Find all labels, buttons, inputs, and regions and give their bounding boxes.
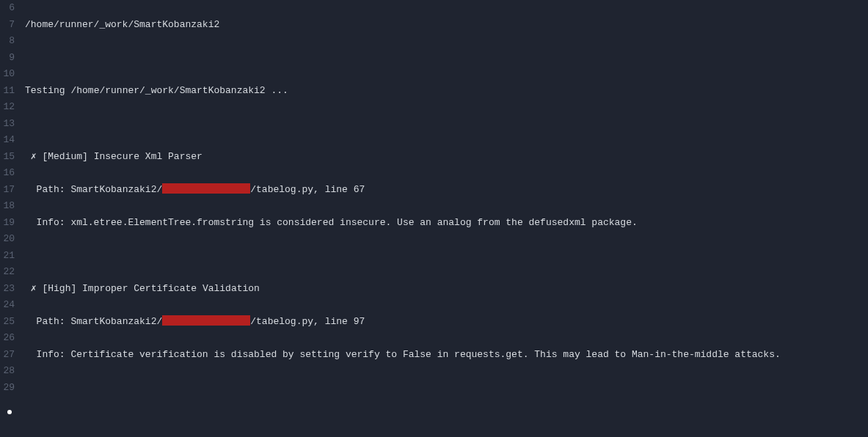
- line-number: 11: [0, 83, 15, 100]
- issue2-path-post: /tabelog.py, line 97: [250, 316, 365, 327]
- testing-line: Testing /home/runner/_work/SmartKobanzak…: [25, 83, 868, 100]
- line-number: 15: [0, 149, 15, 166]
- line-number: 25: [0, 314, 15, 331]
- issue1-path-pre: Path: SmartKobanzaki2/: [37, 184, 163, 195]
- line-number: 16: [0, 165, 15, 182]
- issue2-info: Info: Certificate verification is disabl…: [25, 347, 868, 364]
- code-editor: 6 7 8 9 10 11 12 13 14 15 16 17 18 19 20…: [0, 0, 868, 437]
- issue1-header: ✗ [Medium] Insecure Xml Parser: [25, 149, 868, 166]
- path-root-line: /home/runner/_work/SmartKobanzaki2: [25, 17, 868, 34]
- line-number: 14: [0, 132, 15, 149]
- redacted-block: [162, 183, 250, 194]
- redacted-block: [162, 315, 250, 326]
- line-number: 7: [0, 17, 15, 34]
- testing-suffix: ...: [266, 85, 288, 96]
- blank-line: [25, 380, 868, 397]
- line-number: 8: [0, 33, 15, 50]
- path-root: /home/runner/_work/SmartKobanzaki2: [25, 19, 219, 30]
- issue2-title: ✗ [High] Improper Certificate Validation: [31, 283, 260, 294]
- line-number: 24: [0, 297, 15, 314]
- line-number: 13: [0, 116, 15, 133]
- line-number: 18: [0, 198, 15, 215]
- blank-line: [25, 116, 868, 133]
- issue1-path-post: /tabelog.py, line 67: [250, 184, 365, 195]
- line-number: 21: [0, 248, 15, 265]
- line-number-gutter: 6 7 8 9 10 11 12 13 14 15 16 17 18 19 20…: [0, 0, 18, 437]
- issue1-title: ✗ [Medium] Insecure Xml Parser: [31, 151, 203, 162]
- line-number: 29: [0, 380, 15, 397]
- issue1-info-text: Info: xml.etree.ElementTree.fromstring i…: [37, 217, 638, 228]
- blank-line: [25, 429, 868, 437]
- code-content[interactable]: /home/runner/_work/SmartKobanzaki2 Testi…: [18, 0, 868, 437]
- testing-path: /home/runner/_work/SmartKobanzaki2: [70, 85, 265, 96]
- line-number: 9: [0, 50, 15, 67]
- line-number: 27: [0, 347, 15, 364]
- blank-line: [25, 50, 868, 67]
- line-number: 20: [0, 231, 15, 248]
- line-number: 28: [0, 363, 15, 380]
- issue2-path: Path: SmartKobanzaki2//tabelog.py, line …: [25, 314, 868, 331]
- testing-prefix: Testing: [25, 85, 70, 96]
- line-number: 19: [0, 215, 15, 232]
- line-number: 22: [0, 264, 15, 281]
- line-number: 6: [0, 0, 15, 17]
- line-number: 26: [0, 330, 15, 347]
- line-number: 17: [0, 182, 15, 199]
- issue2-info-text: Info: Certificate verification is disabl…: [37, 349, 781, 360]
- line-number: 12: [0, 99, 15, 116]
- blank-line: [25, 248, 868, 265]
- line-number: 10: [0, 66, 15, 83]
- breakpoint-dot-icon[interactable]: [7, 410, 12, 414]
- issue2-path-pre: Path: SmartKobanzaki2/: [37, 316, 163, 327]
- issue1-path: Path: SmartKobanzaki2//tabelog.py, line …: [25, 182, 868, 199]
- issue1-info: Info: xml.etree.ElementTree.fromstring i…: [25, 215, 868, 232]
- issue2-header: ✗ [High] Improper Certificate Validation: [25, 281, 868, 298]
- line-number: 23: [0, 281, 15, 298]
